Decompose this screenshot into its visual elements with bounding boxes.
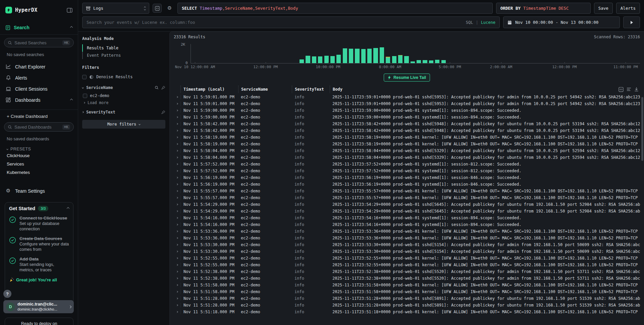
sidebar-item-alerts[interactable]: Alerts [0,72,78,83]
log-row[interactable]: Nov 11 5:54:16.000 PMec2-demoinfo2025-11… [174,215,640,221]
log-row[interactable]: Nov 11 5:55:57.000 PMec2-demoinfo2025-11… [174,194,640,201]
edit-sql-button[interactable] [153,4,162,13]
column-header-severitytext[interactable]: SeverityText [292,86,330,93]
denoise-results-checkbox-row[interactable]: Denoise Results [82,73,165,81]
log-row[interactable]: Nov 11 5:57:52.000 PMec2-demoinfo2025-11… [174,161,640,168]
log-row[interactable]: Nov 11 5:58:19.000 PMec2-demoinfo2025-11… [174,134,640,141]
log-row[interactable]: Nov 11 5:52:55.000 PMec2-demoinfo2025-11… [174,262,640,268]
histogram-bar[interactable] [411,61,415,63]
log-row[interactable]: Nov 11 5:54:29.000 PMec2-demoinfo2025-11… [174,201,640,208]
log-row[interactable]: Nov 11 5:51:58.000 PMec2-demoinfo2025-11… [174,282,640,288]
histogram-bar[interactable] [380,47,384,63]
chevron-up-icon[interactable] [70,26,73,29]
histogram-bar[interactable] [349,49,353,63]
log-row[interactable]: Nov 11 5:53:36.000 PMec2-demoinfo2025-11… [174,228,640,235]
resume-live-tail-button[interactable]: Resume Live Tail [384,74,430,82]
deploy-note-card[interactable]: Ready to deploy on [5,318,73,325]
expand-row-icon[interactable] [174,271,180,272]
expand-row-icon[interactable] [174,123,180,125]
histogram-bar[interactable] [330,56,335,63]
log-row[interactable]: Nov 11 5:51:18.000 PMec2-demoinfo2025-11… [174,309,640,315]
chevron-up-icon[interactable] [70,98,73,101]
preset-services[interactable]: Services [5,160,72,168]
source-select[interactable]: Logs [82,3,149,14]
histogram-bar[interactable] [355,49,359,63]
filter-group-servicename[interactable]: ServiceName [82,85,165,90]
expand-row-icon[interactable] [174,251,180,252]
log-row[interactable]: Nov 11 5:51:58.000 PMec2-demoinfo2025-11… [174,288,640,295]
mode-results-table[interactable]: Results Table [82,44,165,52]
sidebar-collapse-icon[interactable] [67,8,72,13]
create-dashboard-button[interactable]: + Create Dashboard [7,114,72,119]
log-row[interactable]: Nov 11 5:57:52.000 PMec2-demoinfo2025-11… [174,168,640,174]
expand-row-icon[interactable] [174,217,180,219]
expand-row-icon[interactable] [174,231,180,232]
log-row[interactable]: Nov 11 5:58:19.000 PMec2-demoinfo2025-11… [174,141,640,147]
save-button[interactable]: Save [594,3,613,14]
expand-row-icon[interactable] [174,264,180,266]
pin-icon[interactable] [161,110,165,114]
expand-row-icon[interactable] [174,258,180,259]
get-started-item-connect[interactable]: Connect to ClickHouse Set up your databa… [9,216,69,232]
expand-row-icon[interactable] [174,291,180,292]
log-row[interactable]: Nov 11 5:52:38.000 PMec2-demoinfo2025-11… [174,268,640,275]
table-sql-icon[interactable] [619,87,624,92]
histogram-bar[interactable] [398,55,402,63]
saved-dashboards-input[interactable]: ⌘K [4,122,74,132]
log-row[interactable]: Nov 11 5:59:00.000 PMec2-demoinfo2025-11… [174,114,640,121]
histogram-bar[interactable] [306,56,310,63]
expand-row-icon[interactable] [174,164,180,165]
log-row[interactable]: Nov 11 5:51:28.000 PMec2-demoinfo2025-11… [174,302,640,309]
histogram-bar[interactable] [336,55,341,63]
saved-searches-field[interactable] [14,40,60,45]
expand-row-icon[interactable] [174,190,180,192]
help-button[interactable]: ? [3,290,11,298]
histogram-bar[interactable] [417,60,421,63]
mode-event-patterns[interactable]: Event Patterns [82,52,165,59]
histogram-bar[interactable] [441,60,446,63]
log-row[interactable]: Nov 11 5:54:29.000 PMec2-demoinfo2025-11… [174,208,640,215]
expand-row-icon[interactable] [174,224,180,225]
log-row[interactable]: Nov 11 5:53:36.000 PMec2-demoinfo2025-11… [174,235,640,241]
histogram-bar[interactable] [392,56,396,63]
histogram-bar[interactable] [312,56,316,63]
expand-row-icon[interactable] [174,311,180,313]
expand-row-icon[interactable] [174,96,180,98]
preset-kubernetes[interactable]: Kubernetes [5,168,72,177]
saved-searches-input[interactable]: ⌘K [4,38,74,47]
checkbox[interactable] [82,75,87,79]
log-row[interactable]: Nov 11 5:54:16.000 PMec2-demoinfo2025-11… [174,221,640,228]
sql-mode-button[interactable]: SQL [466,20,473,25]
histogram-bar[interactable] [423,60,427,63]
checkbox[interactable] [83,94,87,98]
histogram-bar[interactable] [361,49,366,63]
expand-row-icon[interactable] [174,117,180,118]
expand-row-icon[interactable] [174,204,180,205]
lucene-mode-button[interactable]: Lucene [481,20,495,25]
expand-row-icon[interactable] [174,284,180,286]
histogram-bar[interactable] [404,56,409,63]
expand-row-icon[interactable] [174,184,180,185]
expand-row-icon[interactable] [174,110,180,111]
presets-toggle[interactable]: PRESETS [7,147,72,151]
histogram-bar[interactable] [300,59,304,63]
time-range-picker[interactable]: Nov 10 00:00:00 - Nov 13 00:00:00 [503,16,620,28]
expand-row-icon[interactable] [174,137,180,138]
expand-row-icon[interactable] [174,130,180,131]
histogram-bar[interactable] [386,57,390,63]
more-filters-button[interactable]: More filters [82,120,165,129]
get-started-item-sources[interactable]: Create Data Sources Configure where your… [9,236,69,252]
expand-row-icon[interactable] [174,298,180,299]
histogram-bar[interactable] [318,56,322,63]
log-row[interactable]: Nov 11 5:52:55.000 PMec2-demoinfo2025-11… [174,255,640,262]
histogram-bar[interactable] [373,48,378,63]
load-more-button[interactable]: Load more [83,99,165,105]
expand-row-icon[interactable] [174,244,180,245]
expand-row-icon[interactable] [174,103,180,104]
log-row[interactable]: Nov 11 5:56:19.000 PMec2-demoinfo2025-11… [174,174,640,181]
sidebar-item-team-settings[interactable]: ⚙ Team Settings [0,185,78,196]
order-by-input[interactable]: ORDER BY TimestampTime DESC [496,3,591,14]
download-icon[interactable] [634,87,639,92]
run-query-button[interactable] [623,16,640,28]
log-row[interactable]: Nov 11 5:55:57.000 PMec2-demoinfo2025-11… [174,188,640,194]
